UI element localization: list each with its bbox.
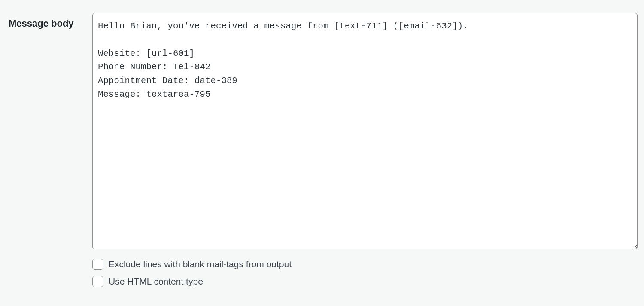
exclude-blank-label[interactable]: Exclude lines with blank mail-tags from … [109, 259, 292, 269]
use-html-row: Use HTML content type [92, 276, 638, 287]
exclude-blank-row: Exclude lines with blank mail-tags from … [92, 259, 638, 270]
message-body-label: Message body [9, 18, 74, 29]
label-column: Message body [9, 13, 92, 29]
use-html-checkbox[interactable] [92, 276, 103, 287]
message-body-row: Message body Exclude lines with blank ma… [0, 0, 644, 287]
message-body-textarea[interactable] [92, 13, 638, 249]
use-html-label[interactable]: Use HTML content type [109, 276, 203, 287]
field-column: Exclude lines with blank mail-tags from … [92, 13, 638, 287]
exclude-blank-checkbox[interactable] [92, 259, 103, 270]
